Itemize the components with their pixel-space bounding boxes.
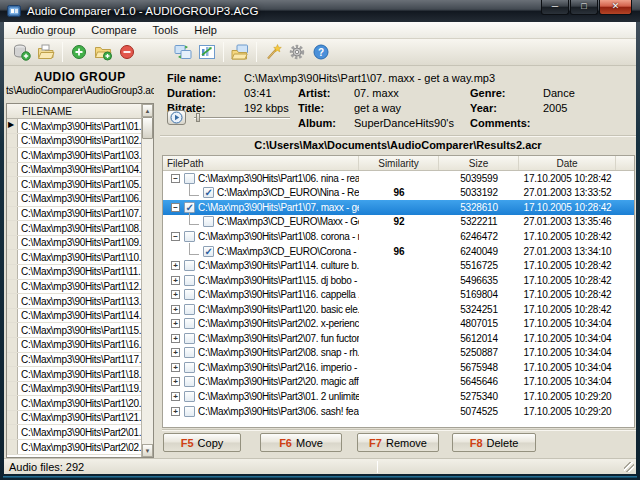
- checkbox[interactable]: [184, 406, 195, 417]
- compare-icon[interactable]: [171, 41, 195, 63]
- tree-row[interactable]: +C:\Max\mp3\90Hits\Part2\20. magic aff..…: [163, 375, 634, 390]
- filename-scrollbar[interactable]: ▲ ▼: [141, 104, 153, 457]
- expand-icon[interactable]: +: [171, 392, 180, 401]
- checkbox[interactable]: [203, 187, 214, 198]
- list-item[interactable]: C:\Max\mp3\90Hits\Part2\01. s: [7, 425, 142, 440]
- list-item[interactable]: C:\Max\mp3\90Hits\Part1\16. cappella: [7, 338, 142, 353]
- list-item[interactable]: C:\Max\mp3\90Hits\Part2\02. s: [7, 440, 142, 455]
- checkbox[interactable]: [184, 333, 195, 344]
- column-header-size[interactable]: Size: [439, 156, 519, 170]
- menu-item-compare[interactable]: Compare: [83, 23, 144, 37]
- list-item[interactable]: C:\Max\mp3\90Hits\Part1\18. i: [7, 367, 142, 382]
- results-icon[interactable]: [195, 41, 219, 63]
- tree-row[interactable]: +C:\Max\mp3\90Hits\Part2\16. imperio - .…: [163, 360, 634, 375]
- menu-item-audio-group[interactable]: Audio group: [8, 23, 83, 37]
- checkbox[interactable]: [184, 173, 195, 184]
- tree-row[interactable]: +C:\Max\mp3\90Hits\Part1\16. cappella ..…: [163, 287, 634, 302]
- expand-icon[interactable]: +: [171, 363, 180, 372]
- list-item[interactable]: C:\Max\mp3\90Hits\Part1\17. a: [7, 353, 142, 368]
- checkbox[interactable]: [184, 318, 195, 329]
- remove-files-icon[interactable]: [115, 41, 139, 63]
- list-item[interactable]: C:\Max\mp3\90Hits\Part1\08. corona: [7, 221, 142, 236]
- list-item[interactable]: C:\Max\mp3\90Hits\Part1\07. maxx: [7, 207, 142, 222]
- tree-row[interactable]: C:\Max\mp3\CD_EURO\Maxx - Get...92532221…: [163, 215, 634, 230]
- menu-item-help[interactable]: Help: [186, 23, 225, 37]
- expand-icon[interactable]: +: [171, 407, 180, 416]
- expand-icon[interactable]: +: [171, 334, 180, 343]
- expand-icon[interactable]: +: [171, 377, 180, 386]
- collapse-icon[interactable]: −: [171, 203, 180, 212]
- menu-item-tools[interactable]: Tools: [145, 23, 187, 37]
- collapse-icon[interactable]: −: [171, 174, 180, 183]
- maximize-button[interactable]: □: [570, 0, 598, 15]
- add-folder-icon[interactable]: [91, 41, 115, 63]
- help-icon[interactable]: ?: [309, 41, 333, 63]
- tree-row[interactable]: +C:\Max\mp3\90Hits\Part2\02. x-perienc..…: [163, 316, 634, 331]
- scrollbar-thumb[interactable]: [142, 117, 153, 139]
- tree-row[interactable]: +C:\Max\mp3\90Hits\Part1\14. culture b..…: [163, 258, 634, 273]
- delete-button[interactable]: F8Delete: [452, 433, 536, 452]
- settings-icon[interactable]: [285, 41, 309, 63]
- tree-row[interactable]: C:\Max\mp3\CD_EURO\Nina - Rea...96503319…: [163, 186, 634, 201]
- checkbox[interactable]: [184, 391, 195, 402]
- expand-icon[interactable]: +: [171, 261, 180, 270]
- list-item[interactable]: C:\Max\mp3\90Hits\Part1\15. dj bobo: [7, 323, 142, 338]
- minimize-button[interactable]: ─: [541, 0, 569, 15]
- tree-row[interactable]: +C:\Max\mp3\90Hits\Part2\07. fun fuctor.…: [163, 331, 634, 346]
- tree-row[interactable]: +C:\Max\mp3\90Hits\Part1\20. basic ele..…: [163, 302, 634, 317]
- checkbox[interactable]: [184, 347, 195, 358]
- close-button[interactable]: ✕: [599, 0, 632, 15]
- remove-button[interactable]: F7Remove: [357, 433, 439, 452]
- list-item[interactable]: C:\Max\mp3\90Hits\Part1\10. a: [7, 250, 142, 265]
- resize-grip-icon[interactable]: [624, 462, 634, 472]
- copy-button[interactable]: F5Copy: [163, 433, 241, 452]
- list-item[interactable]: C:\Max\mp3\90Hits\Part1\03. n: [7, 148, 142, 163]
- list-item[interactable]: C:\Max\mp3\90Hits\Part1\06. nina: [7, 192, 142, 207]
- tree-row[interactable]: C:\Max\mp3\CD_EURO\Corona - R...96624004…: [163, 244, 634, 259]
- list-item[interactable]: C:\Max\mp3\90Hits\Part1\04. 2: [7, 163, 142, 178]
- checkbox[interactable]: [203, 216, 214, 227]
- checkbox[interactable]: [184, 289, 195, 300]
- slider-thumb[interactable]: [196, 113, 200, 122]
- expand-icon[interactable]: +: [171, 290, 180, 299]
- checkbox[interactable]: [184, 260, 195, 271]
- tree-row[interactable]: +C:\Max\mp3\90Hits\Part2\08. snap - rh..…: [163, 346, 634, 361]
- add-files-icon[interactable]: [67, 41, 91, 63]
- expand-icon[interactable]: +: [171, 319, 180, 328]
- list-item[interactable]: C:\Max\mp3\90Hits\Part1\09. l: [7, 236, 142, 251]
- list-item[interactable]: C:\Max\mp3\90Hits\Part1\12. a: [7, 280, 142, 295]
- checkbox[interactable]: [184, 231, 195, 242]
- column-header-similarity[interactable]: Similarity: [359, 156, 439, 170]
- collapse-icon[interactable]: −: [171, 232, 180, 241]
- move-button[interactable]: F6Move: [260, 433, 342, 452]
- playback-slider[interactable]: [194, 117, 290, 119]
- scroll-up-icon[interactable]: ▲: [142, 104, 153, 117]
- list-item[interactable]: C:\Max\mp3\90Hits\Part1\05. a: [7, 177, 142, 192]
- column-header-filepath[interactable]: FilePath: [163, 156, 359, 170]
- tree-row[interactable]: +C:\Max\mp3\90Hits\Part3\06. sash! fea..…: [163, 404, 634, 419]
- expand-icon[interactable]: +: [171, 348, 180, 357]
- expand-icon[interactable]: +: [171, 305, 180, 314]
- checkbox[interactable]: [184, 202, 195, 213]
- scroll-down-icon[interactable]: ▼: [142, 444, 153, 457]
- list-item[interactable]: C:\Max\mp3\90Hits\Part1\21. a: [7, 411, 142, 426]
- wizard-icon[interactable]: [261, 41, 285, 63]
- list-item[interactable]: C:\Max\mp3\90Hits\Part1\02. l: [7, 134, 142, 149]
- tree-row[interactable]: −C:\Max\mp3\90Hits\Part1\06. nina - rea.…: [163, 171, 634, 186]
- tree-row[interactable]: −C:\Max\mp3\90Hits\Part1\07. maxx - ge..…: [163, 200, 634, 215]
- list-item[interactable]: C:\Max\mp3\90Hits\Part1\19. j: [7, 382, 142, 397]
- new-group-icon[interactable]: [10, 41, 34, 63]
- tree-row[interactable]: −C:\Max\mp3\90Hits\Part1\08. corona - r.…: [163, 229, 634, 244]
- filename-column-header[interactable]: FILENAME: [7, 104, 142, 119]
- checkbox[interactable]: [203, 246, 214, 257]
- column-header-date[interactable]: Date: [519, 156, 616, 170]
- checkbox[interactable]: [184, 304, 195, 315]
- list-item[interactable]: C:\Max\mp3\90Hits\Part1\20. basic: [7, 396, 142, 411]
- open-group-icon[interactable]: [34, 41, 58, 63]
- list-item[interactable]: ▶C:\Max\mp3\90Hits\Part1\01. l: [7, 119, 142, 134]
- list-item[interactable]: C:\Max\mp3\90Hits\Part1\11. a: [7, 265, 142, 280]
- open-results-icon[interactable]: [228, 41, 252, 63]
- list-item[interactable]: C:\Max\mp3\90Hits\Part1\14. culture: [7, 309, 142, 324]
- expand-icon[interactable]: +: [171, 276, 180, 285]
- play-button[interactable]: [167, 110, 186, 125]
